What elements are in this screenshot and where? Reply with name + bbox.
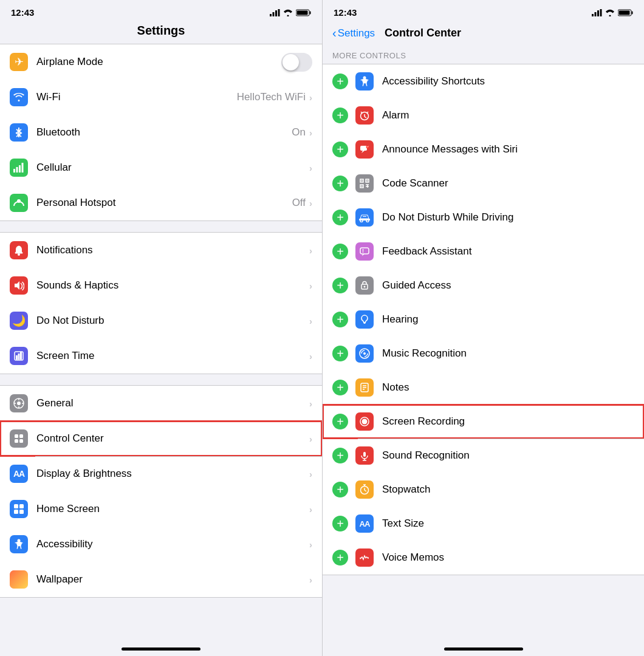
bluetooth-label: Bluetooth [36, 126, 292, 138]
control-center-panel: 12:43 ‹ Settings Contr [322, 0, 644, 656]
cc-code-scanner-label: Code Scanner [382, 177, 634, 190]
cc-text-size-icon: AA [355, 514, 374, 533]
add-music-recognition-btn[interactable]: + [332, 346, 348, 361]
add-sound-recognition-btn[interactable]: + [332, 448, 348, 463]
add-hearing-btn[interactable]: + [332, 312, 348, 327]
settings-group-notifications: Notifications › Sounds & Haptics › 🌙 [0, 232, 322, 374]
svg-rect-30 [14, 504, 18, 508]
hotspot-label: Personal Hotspot [36, 197, 292, 209]
wifi-icon [283, 9, 293, 16]
homescreen-icon [10, 500, 28, 518]
page-title-left: Settings [0, 21, 322, 44]
status-icons-left [270, 9, 311, 16]
cc-controls-group: + Accessibility Shortcuts + [323, 64, 644, 575]
svg-rect-31 [19, 504, 24, 508]
screentime-chevron: › [309, 351, 312, 361]
settings-row-homescreen[interactable]: Home Screen › [0, 491, 322, 527]
cc-header: ‹ Settings Control Center [323, 21, 644, 46]
accessibility-chevron: › [309, 539, 312, 550]
wallpaper-icon [10, 570, 28, 589]
settings-row-hotspot[interactable]: Personal Hotspot Off › [0, 185, 322, 220]
settings-row-wifi[interactable]: Wi-Fi HelloTech WiFi › [0, 80, 322, 115]
cc-scroll[interactable]: + Accessibility Shortcuts + [323, 64, 644, 641]
back-button[interactable]: ‹ Settings [332, 26, 375, 40]
cc-row-feedback-assistant[interactable]: + ! Feedback Assistant [323, 234, 644, 268]
cc-screen-recording-icon [355, 412, 374, 431]
sounds-chevron: › [309, 281, 312, 291]
bluetooth-value: On [292, 126, 306, 138]
svg-rect-48 [360, 146, 367, 151]
cc-guided-access-label: Guided Access [382, 279, 634, 292]
hotspot-icon [10, 194, 28, 212]
cc-row-screen-recording[interactable]: + Screen Recording [323, 405, 644, 439]
cc-hearing-icon [355, 310, 374, 329]
add-guided-access-btn[interactable]: + [332, 278, 348, 293]
airplane-toggle[interactable] [281, 53, 312, 72]
svg-rect-54 [361, 180, 363, 182]
cc-row-voice-memos[interactable]: + Voice Memos [323, 541, 644, 575]
add-accessibility-btn[interactable]: + [332, 73, 348, 89]
svg-rect-1 [273, 12, 275, 16]
svg-rect-29 [19, 439, 23, 443]
status-icons-right [592, 9, 633, 16]
cc-row-guided-access[interactable]: + Guided Access [323, 268, 644, 302]
settings-scroll[interactable]: ✈ Airplane Mode Wi-Fi HelloTech WiFi › [0, 44, 322, 641]
accessibility-label: Accessibility [36, 538, 309, 550]
settings-row-general[interactable]: General › [0, 386, 322, 421]
cc-row-accessibility-shortcuts[interactable]: + Accessibility Shortcuts [323, 64, 644, 98]
cc-row-notes[interactable]: + Notes [323, 371, 644, 405]
home-bar-left [122, 647, 200, 651]
svg-rect-3 [278, 9, 280, 16]
add-dnd-driving-btn[interactable]: + [332, 210, 348, 225]
cc-row-stopwatch[interactable]: + Stopwatch [323, 473, 644, 507]
settings-row-bluetooth[interactable]: Bluetooth On › [0, 115, 322, 150]
svg-marker-15 [15, 281, 19, 290]
cc-row-code-scanner[interactable]: + Code Scanner [323, 166, 644, 200]
status-bar-left: 12:43 [0, 0, 322, 21]
accessibility-icon [10, 535, 28, 553]
add-voice-memos-btn[interactable]: + [332, 550, 348, 565]
settings-row-donotdisturb[interactable]: 🌙 Do Not Disturb › [0, 303, 322, 338]
cc-row-music-recognition[interactable]: + Music Recognition [323, 337, 644, 371]
cc-code-scanner-icon [355, 174, 374, 193]
settings-row-display[interactable]: AA Display & Brightness › [0, 456, 322, 491]
add-screen-recording-btn[interactable]: + [332, 414, 348, 429]
back-chevron: ‹ [332, 26, 337, 40]
add-announce-btn[interactable]: + [332, 142, 348, 157]
cc-announce-label: Announce Messages with Siri [382, 143, 634, 155]
cc-row-hearing[interactable]: + Hearing [323, 302, 644, 337]
settings-row-accessibility[interactable]: Accessibility › [0, 527, 322, 562]
cc-feedback-icon: ! [355, 242, 374, 261]
svg-line-45 [365, 117, 366, 118]
settings-row-cellular[interactable]: Cellular › [0, 150, 322, 185]
cc-dnd-driving-label: Do Not Disturb While Driving [382, 211, 634, 224]
donotdisturb-chevron: › [309, 316, 312, 326]
add-feedback-btn[interactable]: + [332, 244, 348, 259]
cc-row-sound-recognition[interactable]: + Sound Recognition [323, 439, 644, 473]
svg-rect-11 [22, 163, 24, 173]
add-stopwatch-btn[interactable]: + [332, 482, 348, 497]
cc-row-text-size[interactable]: + AA Text Size [323, 507, 644, 541]
cellular-chevron: › [309, 163, 312, 173]
settings-row-controlcenter[interactable]: Control Center › [0, 421, 322, 456]
settings-row-notifications[interactable]: Notifications › [0, 233, 322, 268]
settings-row-wallpaper[interactable]: Wallpaper › [0, 562, 322, 597]
settings-row-airplane[interactable]: ✈ Airplane Mode [0, 44, 322, 80]
cc-row-announce-messages[interactable]: + Announce Messages with Siri [323, 132, 644, 166]
settings-row-sounds[interactable]: Sounds & Haptics › [0, 268, 322, 303]
cellular-icon [10, 159, 28, 177]
svg-point-61 [360, 220, 363, 222]
cc-row-dnd-driving[interactable]: + Do Not Disturb While Driving [323, 200, 644, 234]
settings-row-screentime[interactable]: Screen Time › [0, 338, 322, 374]
add-alarm-btn[interactable]: + [332, 108, 348, 123]
add-text-size-btn[interactable]: + [332, 516, 348, 531]
cc-hearing-label: Hearing [382, 313, 634, 326]
cc-row-alarm[interactable]: + Alarm [323, 98, 644, 132]
add-code-scanner-btn[interactable]: + [332, 176, 348, 191]
svg-point-34 [18, 539, 21, 542]
svg-rect-37 [597, 10, 599, 16]
cc-accessibility-shortcuts-label: Accessibility Shortcuts [382, 75, 634, 87]
time-right: 12:43 [334, 7, 357, 18]
add-notes-btn[interactable]: + [332, 380, 348, 395]
time-left: 12:43 [11, 7, 34, 18]
